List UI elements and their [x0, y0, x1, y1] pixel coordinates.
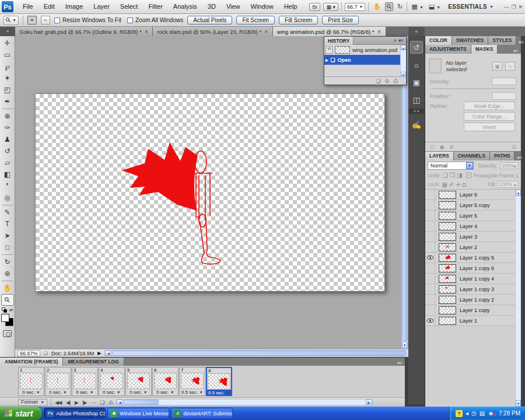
layers-scrollbar[interactable]: ▲ ▼: [515, 190, 521, 407]
launch-bridge-button[interactable]: Br: [309, 3, 320, 11]
mask-edge-button[interactable]: Mask Edge...: [464, 102, 515, 110]
layer-visibility-toggle[interactable]: [425, 305, 435, 316]
scrollbar-thumb[interactable]: [112, 351, 406, 356]
blur-tool[interactable]: ❜: [1, 180, 14, 192]
frame-delay-select[interactable]: 0 sec. ▼: [153, 389, 178, 396]
tab-adjustments[interactable]: ADJUSTMENTS: [425, 45, 471, 54]
restore-button[interactable]: ❐: [511, 4, 516, 10]
opacity-value-field[interactable]: 100%▶: [500, 162, 519, 169]
history-state[interactable]: ▸❏Open: [324, 55, 406, 65]
lock-icon[interactable]: ✛: [456, 181, 460, 188]
zoom-tool[interactable]: ⚲: [1, 294, 14, 306]
option-checkbox-1[interactable]: Zoom All Windows: [127, 17, 183, 23]
type-tool[interactable]: T: [1, 218, 14, 230]
scrollbar-thumb[interactable]: [402, 44, 407, 341]
tab-layers[interactable]: LAYERS: [425, 152, 454, 160]
frame-delay-select[interactable]: 0.5 sec. ▼: [180, 389, 205, 396]
layer-row[interactable]: Layer 5: [425, 211, 521, 221]
scroll-down-arrow[interactable]: ▼: [401, 72, 406, 77]
rotate-view-icon[interactable]: ↻: [396, 3, 404, 10]
disable-mask-icon[interactable]: ⊘: [449, 144, 454, 150]
layer-row[interactable]: Layer 5 copy: [425, 200, 521, 211]
fill-value-field[interactable]: 100%▶: [498, 181, 519, 188]
layer-visibility-toggle[interactable]: [425, 253, 435, 263]
layer-row[interactable]: Layer 3: [425, 232, 521, 242]
screen-mode-icon[interactable]: ⬓ ▼: [428, 3, 442, 10]
animation-frame-5[interactable]: 50 sec. ▼: [125, 367, 152, 396]
menu-edit[interactable]: Edit: [38, 0, 60, 13]
delete-mask-icon[interactable]: ♺: [512, 144, 516, 150]
hide-icons-chevron[interactable]: ◂: [466, 411, 468, 416]
animation-frame-3[interactable]: 30 sec. ▼: [72, 367, 98, 396]
layer-visibility-toggle[interactable]: [425, 190, 435, 200]
layer-visibility-toggle[interactable]: [425, 200, 435, 211]
panel-menu-icon[interactable]: ▾≡: [514, 155, 524, 160]
previous-frame-button[interactable]: ◀|: [66, 400, 70, 405]
close-tab-icon[interactable]: ✕: [264, 29, 268, 34]
actual-pixels-button[interactable]: Actual Pixels: [187, 16, 232, 24]
new-snapshot-icon[interactable]: ⊙: [384, 78, 389, 84]
layer-visibility-toggle[interactable]: [425, 274, 435, 284]
zoom-level-field[interactable]: 66.7▼: [345, 3, 365, 11]
animation-frame-8[interactable]: 80.5 sec. ▼: [206, 367, 232, 396]
layer-visibility-toggle[interactable]: [425, 211, 435, 221]
unify-icon[interactable]: ◨: [457, 172, 462, 178]
history-scrollbar[interactable]: ▲ ▼: [400, 45, 406, 77]
layer-row[interactable]: Layer 2: [425, 242, 521, 253]
layer-row[interactable]: Layer 1 copy 4: [425, 274, 521, 284]
scroll-left-arrow[interactable]: ◀: [117, 400, 123, 405]
tab-styles[interactable]: STYLES: [488, 36, 516, 45]
animation-frame-6[interactable]: 60 sec. ▼: [152, 367, 178, 396]
invert-button[interactable]: Invert: [464, 123, 515, 131]
tab-channels[interactable]: CHANNELS: [454, 152, 490, 160]
layer-visibility-toggle[interactable]: [425, 263, 435, 274]
history-brush-source-well[interactable]: ⟲: [326, 46, 332, 54]
menu-view[interactable]: View: [221, 0, 246, 13]
menu-filter[interactable]: Filter: [143, 0, 167, 13]
tab-swatches[interactable]: SWATCHES: [452, 36, 489, 45]
notes-panel-icon[interactable]: ✍: [410, 118, 423, 131]
panel-menu-icon[interactable]: ▾≡: [395, 360, 405, 366]
gradient-tool[interactable]: ◧: [1, 169, 14, 180]
menu-file[interactable]: File: [18, 0, 38, 13]
swap-colors-icon[interactable]: ⇄: [9, 307, 13, 313]
document-tab-2[interactable]: wing animation.psd @ 66.7% (RGB/8) *✕: [273, 27, 386, 36]
layer-row[interactable]: Layer 1: [425, 316, 521, 326]
add-pixel-mask-button[interactable]: ▣: [492, 62, 502, 71]
tab-color[interactable]: COLOR: [425, 36, 452, 45]
menu-analysis[interactable]: Analysis: [168, 0, 202, 13]
start-button[interactable]: start: [0, 407, 42, 420]
update-tray-icon[interactable]: ◷: [471, 411, 477, 416]
lock-icon[interactable]: ▦: [442, 181, 447, 188]
history-panel-icon[interactable]: ↺: [410, 41, 423, 54]
status-zoom-field[interactable]: 66.67%: [18, 350, 40, 356]
pen-tool[interactable]: ✎: [1, 206, 14, 218]
layer-visibility-toggle[interactable]: [425, 284, 435, 295]
panel-menu-icon[interactable]: ▾≡: [516, 40, 525, 45]
blend-mode-select[interactable]: Normal▼: [428, 162, 474, 170]
layer-row[interactable]: Layer 1 copy 6: [425, 263, 521, 274]
play-button[interactable]: ▶: [75, 400, 78, 405]
frame-delay-select[interactable]: 0 sec. ▼: [19, 389, 44, 396]
status-flyout-arrow[interactable]: ▶: [97, 351, 101, 356]
arrange-documents-icon[interactable]: ▦ ▼: [410, 3, 424, 10]
marquee-tool[interactable]: ▭: [1, 49, 14, 61]
close-tab-icon[interactable]: ✕: [377, 29, 382, 34]
layer-row[interactable]: Layer 6: [425, 190, 521, 200]
layer-row[interactable]: Layer 4: [425, 221, 521, 232]
loop-count-select[interactable]: Forever▼: [18, 399, 47, 406]
canvas-horizontal-scrollbar[interactable]: ◀: [104, 350, 407, 356]
default-colors-widget[interactable]: ⇄: [2, 307, 13, 313]
animation-frame-4[interactable]: 40 sec. ▼: [99, 367, 125, 396]
zoom-in-toggle[interactable]: +: [27, 16, 37, 24]
animation-frame-1[interactable]: 10 sec. ▼: [18, 367, 44, 396]
taskbar-task[interactable]: ☻Windows Live Messen...: [107, 408, 169, 419]
3d-orbit-tool[interactable]: ⊛: [1, 268, 14, 279]
foreground-color-swatch[interactable]: [1, 314, 9, 322]
fit-screen-button[interactable]: Fit Screen: [236, 16, 275, 24]
scroll-down-arrow[interactable]: ▼: [516, 400, 521, 407]
scrollbar-thumb[interactable]: [124, 400, 159, 405]
panel-menu-icon[interactable]: ▾≡: [398, 38, 404, 43]
close-tab-icon[interactable]: ✕: [145, 29, 149, 34]
masks-panel-icon[interactable]: ◫: [410, 93, 423, 106]
